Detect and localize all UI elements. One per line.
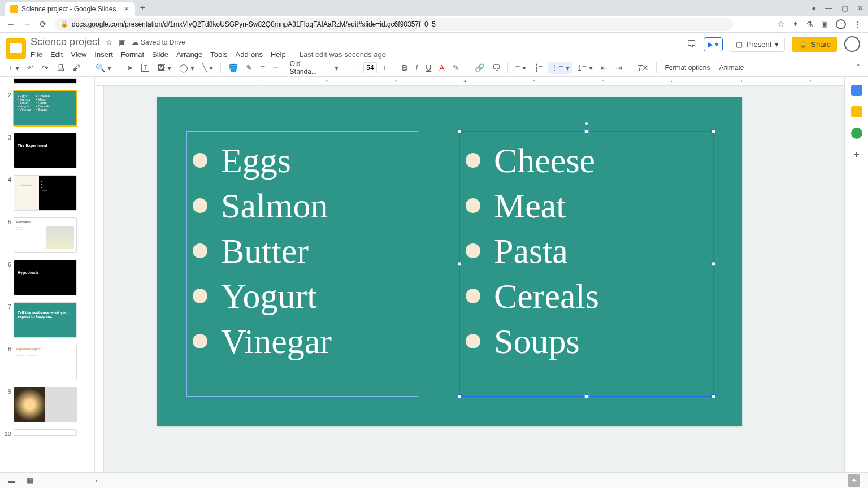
menu-file[interactable]: File [31, 50, 42, 59]
textbox-right[interactable]: Cheese Meat Pasta Cereals Soups [459, 131, 714, 396]
saved-status[interactable]: ☁Saved to Drive [132, 38, 185, 46]
star-doc-icon[interactable]: ☆ [106, 38, 113, 47]
profile-avatar[interactable] [836, 19, 846, 29]
panel-icon[interactable]: ▣ [821, 20, 828, 28]
comment-button[interactable]: 🗨 [489, 61, 503, 75]
last-edit-link[interactable]: Last edit was seconds ago [300, 50, 386, 59]
tasks-icon[interactable] [851, 128, 862, 139]
chrome-menu-icon[interactable]: ⋮ [854, 20, 861, 28]
text-color-button[interactable]: A [436, 61, 447, 75]
menu-addons[interactable]: Add-ons [236, 50, 263, 59]
highlight-button[interactable]: ✎̲ [450, 61, 462, 75]
toolbar-collapse-icon[interactable]: ˆ [854, 61, 862, 75]
link-button[interactable]: 🔗 [472, 61, 487, 75]
minimize-icon[interactable]: — [825, 4, 832, 12]
menu-view[interactable]: View [71, 50, 86, 59]
forward-icon[interactable]: → [23, 19, 32, 29]
thumb-10[interactable] [14, 429, 77, 436]
fill-color-button[interactable]: 🪣 [225, 61, 241, 75]
thumb-7[interactable]: Tell the audience what you expect to hap… [14, 302, 77, 338]
comments-icon[interactable]: 🗨 [687, 38, 697, 50]
account-dot-icon[interactable]: ● [811, 4, 816, 12]
present-button[interactable]: ▢ Present ▾ [730, 37, 785, 52]
extensions-icon[interactable]: ✦ [792, 20, 798, 28]
present-meet-button[interactable]: ▶ ▾ [704, 37, 723, 51]
menu-edit[interactable]: Edit [50, 50, 63, 59]
border-dash-button[interactable]: ┄ [270, 61, 280, 75]
doc-title[interactable]: Science project [31, 36, 100, 48]
browser-tab[interactable]: Science project - Google Slides ✕ [5, 2, 135, 16]
font-size-inc[interactable]: + [379, 61, 389, 75]
line-tool[interactable]: ╲ ▾ [199, 61, 216, 75]
textbox-tool[interactable]: 🅃 [138, 61, 152, 75]
border-weight-button[interactable]: ≡ [258, 61, 268, 75]
menu-insert[interactable]: Insert [94, 50, 113, 59]
line-spacing-button[interactable]: ┇≡ [531, 61, 546, 75]
undo-button[interactable]: ↶ [24, 61, 37, 75]
font-size-dec[interactable]: − [351, 61, 361, 75]
filmstrip[interactable]: 2 EggsSalmonButterYogurtVinegarCheeseMea… [0, 77, 95, 488]
menu-help[interactable]: Help [271, 50, 286, 59]
shape-tool[interactable]: ◯ ▾ [176, 61, 197, 75]
new-tab-button[interactable]: + [140, 3, 145, 13]
rotate-handle[interactable] [585, 121, 589, 125]
textbox-left[interactable]: Eggs Salmon Butter Yogurt Vinegar [186, 131, 418, 396]
filmstrip-view-icon[interactable]: ▬ [8, 476, 15, 485]
explore-button[interactable]: ✦ [848, 474, 860, 487]
image-tool[interactable]: 🖼 ▾ [154, 61, 174, 75]
underline-button[interactable]: U [423, 61, 434, 75]
canvas[interactable]: 123456789 Eggs Salmon Butter Yogurt Vine… [95, 77, 844, 488]
menu-format[interactable]: Format [121, 50, 144, 59]
move-doc-icon[interactable]: ▣ [119, 38, 126, 47]
collapse-filmstrip-icon[interactable]: ‹ [96, 476, 98, 485]
close-window-icon[interactable]: ✕ [857, 4, 863, 12]
bold-button[interactable]: B [399, 61, 410, 75]
paint-format-button[interactable]: 🖌 [70, 61, 83, 75]
clear-format-button[interactable]: T✕ [635, 61, 652, 75]
indent-inc-button[interactable]: ⇥ [613, 61, 625, 75]
align-button[interactable]: ≡ ▾ [513, 61, 529, 75]
indent-dec-button[interactable]: ⇤ [598, 61, 610, 75]
slide-editor[interactable]: Eggs Salmon Butter Yogurt Vinegar Cheese… [157, 97, 742, 426]
chevron-down-icon[interactable]: ▾ [775, 40, 779, 49]
font-select[interactable]: Old Standa... [290, 60, 329, 76]
select-tool[interactable]: ➤ [124, 61, 136, 75]
thumb-8[interactable]: Hypothesis report— — — —— — —— — — —— — … [14, 345, 77, 380]
italic-button[interactable]: I [413, 61, 420, 75]
animate-button[interactable]: Animate [715, 64, 747, 72]
account-avatar[interactable] [844, 36, 860, 52]
slides-logo-icon[interactable] [6, 38, 26, 59]
redo-button[interactable]: ↷ [39, 61, 51, 75]
close-icon[interactable]: ✕ [124, 5, 129, 13]
bulleted-list-button[interactable]: ⋮≡ ▾ [548, 62, 572, 74]
menu-arrange[interactable]: Arrange [176, 50, 202, 59]
font-size-input[interactable] [363, 62, 377, 73]
thumb-6[interactable]: Hypothesis [14, 260, 77, 295]
thumb-2[interactable]: EggsSalmonButterYogurtVinegarCheeseMeatP… [14, 90, 77, 126]
menu-slide[interactable]: Slide [152, 50, 168, 59]
url-field[interactable]: 🔒 docs.google.com/presentation/d/1mxVlyQ… [55, 18, 733, 30]
thumb-9[interactable] [14, 387, 77, 422]
format-options-button[interactable]: Format options [661, 64, 713, 72]
window-controls: ● — ▢ ✕ [811, 4, 863, 12]
menu-tools[interactable]: Tools [210, 50, 227, 59]
keep-icon[interactable] [851, 106, 862, 117]
print-button[interactable]: 🖶 [54, 61, 67, 75]
calendar-icon[interactable] [851, 85, 862, 96]
thumb-4[interactable]: Materials• ——• ——• ——• —— [14, 175, 77, 211]
reload-icon[interactable]: ⟳ [40, 19, 47, 29]
thumb-3[interactable]: The Experiment [14, 133, 77, 168]
numbered-list-button[interactable]: 1≡ ▾ [575, 61, 596, 75]
maximize-icon[interactable]: ▢ [841, 4, 848, 12]
thumb-1[interactable] [14, 78, 77, 84]
share-button[interactable]: 🔒 Share [792, 37, 837, 52]
border-color-button[interactable]: ✎ [243, 61, 255, 75]
add-on-plus-icon[interactable]: + [853, 149, 860, 161]
labs-icon[interactable]: ⚗ [806, 20, 813, 28]
new-slide-button[interactable]: + ▾ [6, 61, 22, 75]
star-icon[interactable]: ☆ [778, 20, 784, 28]
thumb-5[interactable]: Procedure— — —— — — [14, 217, 77, 253]
zoom-button[interactable]: 🔍 ▾ [93, 61, 114, 75]
grid-view-icon[interactable]: ▦ [27, 476, 33, 485]
back-icon[interactable]: ← [7, 19, 15, 29]
